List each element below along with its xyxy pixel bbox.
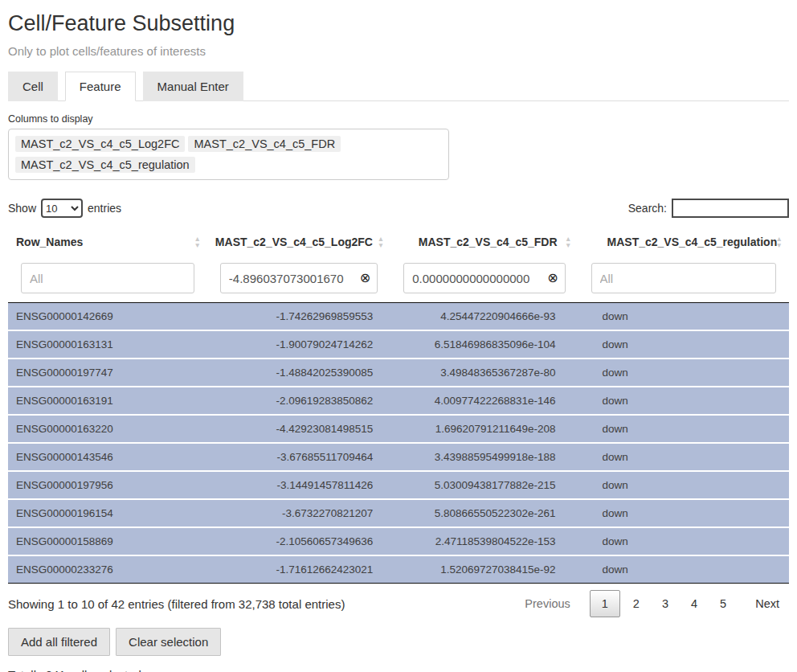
cell-fdr: 1.52069727038415e-92 <box>390 555 578 584</box>
filter-log2fc-input[interactable] <box>220 263 378 293</box>
filter-row: ⊗ ⊗ <box>8 256 789 303</box>
page-length-select[interactable]: 10 <box>41 199 83 218</box>
entries-info: Showing 1 to 10 of 42 entries (filtered … <box>8 597 345 611</box>
table-row[interactable]: ENSG00000158869 -2.10560657349636 2.4711… <box>8 527 789 555</box>
cell-gene: ENSG00000143546 <box>8 443 207 471</box>
cell-gene: ENSG00000163191 <box>8 387 207 415</box>
cell-regulation: down <box>578 387 789 415</box>
entries-label: entries <box>88 202 121 215</box>
column-tag[interactable]: MAST_c2_VS_c4_c5_Log2FC <box>15 136 185 152</box>
table-row[interactable]: ENSG00000142669 -1.74262969859553 4.2544… <box>8 303 789 331</box>
page-title: Cell/Feature Subsetting <box>8 11 789 36</box>
table-controls: Show 10 entries Search: <box>8 199 789 218</box>
cell-fdr: 4.00977422268831e-146 <box>390 387 578 415</box>
cell-log2fc: -1.74262969859553 <box>207 303 390 331</box>
pagination-previous[interactable]: Previous <box>515 591 579 617</box>
cell-log2fc: -2.10560657349636 <box>207 527 390 555</box>
table-footer: Showing 1 to 10 of 42 entries (filtered … <box>8 590 789 617</box>
cell-fdr: 4.25447220904666e-93 <box>390 303 578 331</box>
table-row[interactable]: ENSG00000233276 -1.71612662423021 1.5206… <box>8 555 789 584</box>
cell-fdr: 2.47118539804522e-153 <box>390 527 578 555</box>
clear-filter-icon[interactable]: ⊗ <box>360 272 370 285</box>
cell-gene: ENSG00000163220 <box>8 415 207 443</box>
tab-feature[interactable]: Feature <box>65 72 136 101</box>
pagination: Previous 1 2 3 4 5 Next <box>512 590 789 617</box>
header-log2fc[interactable]: MAST_c2_VS_c4_c5_Log2FC ▲▼ <box>207 227 390 256</box>
cell-gene: ENSG00000233276 <box>8 555 207 584</box>
header-regulation[interactable]: MAST_c2_VS_c4_c5_regulation ▲▼ <box>578 227 789 256</box>
column-tag[interactable]: MAST_c2_VS_c4_c5_FDR <box>188 136 341 152</box>
pagination-page[interactable]: 1 <box>590 590 620 617</box>
table-row[interactable]: ENSG00000163220 -4.42923081498515 1.6962… <box>8 415 789 443</box>
action-buttons: Add all filtered Clear selection <box>8 628 789 656</box>
add-all-filtered-button[interactable]: Add all filtered <box>8 628 110 656</box>
sort-icons: ▲▼ <box>378 236 384 248</box>
cell-fdr: 3.43988595499918e-188 <box>390 443 578 471</box>
table-row[interactable]: ENSG00000163191 -2.09619283850862 4.0097… <box>8 387 789 415</box>
cell-gene: ENSG00000196154 <box>8 499 207 527</box>
cell-regulation: down <box>578 471 789 499</box>
page: Cell/Feature Subsetting Only to plot cel… <box>0 0 797 672</box>
cell-gene: ENSG00000197747 <box>8 359 207 387</box>
page-subtitle: Only to plot cells/features of interests <box>8 44 789 58</box>
show-label: Show <box>8 202 36 215</box>
cell-fdr: 5.80866550522302e-261 <box>390 499 578 527</box>
cell-regulation: down <box>578 330 789 359</box>
cell-regulation: down <box>578 555 789 584</box>
pagination-page[interactable]: 4 <box>681 591 707 617</box>
table-row[interactable]: ENSG00000197956 -3.14491457811426 5.0300… <box>8 471 789 499</box>
sort-icons: ▲▼ <box>776 236 783 248</box>
table-row[interactable]: ENSG00000196154 -3.6732270821207 5.80866… <box>8 499 789 527</box>
search-label: Search: <box>628 202 667 215</box>
cell-log2fc: -3.14491457811426 <box>207 471 390 499</box>
pagination-page[interactable]: 3 <box>652 591 678 617</box>
cell-regulation: down <box>578 415 789 443</box>
cell-log2fc: -4.42923081498515 <box>207 415 390 443</box>
cell-regulation: down <box>578 303 789 331</box>
header-row: Row_Names ▲▼ MAST_c2_VS_c4_c5_Log2FC ▲▼ … <box>8 227 789 256</box>
header-fdr[interactable]: MAST_c2_VS_c4_c5_FDR ▲▼ <box>390 227 578 256</box>
cell-gene: ENSG00000197956 <box>8 471 207 499</box>
cell-log2fc: -3.67685511709464 <box>207 443 390 471</box>
column-tag[interactable]: MAST_c2_VS_c4_c5_regulation <box>15 157 195 173</box>
cell-regulation: down <box>578 443 789 471</box>
header-row-names[interactable]: Row_Names ▲▼ <box>8 227 207 256</box>
cell-log2fc: -1.71612662423021 <box>207 555 390 584</box>
pagination-page[interactable]: 2 <box>623 591 649 617</box>
clear-filter-icon[interactable]: ⊗ <box>547 272 558 285</box>
table-row[interactable]: ENSG00000163131 -1.90079024714262 6.5184… <box>8 330 789 359</box>
search-input[interactable] <box>672 199 789 218</box>
tab-bar: Cell Feature Manual Enter <box>8 72 789 101</box>
columns-to-display-label: Columns to display <box>8 113 789 125</box>
tab-cell[interactable]: Cell <box>8 72 58 101</box>
table-row[interactable]: ENSG00000197747 -1.48842025390085 3.4984… <box>8 359 789 387</box>
cell-gene: ENSG00000163131 <box>8 330 207 359</box>
cell-log2fc: -1.90079024714262 <box>207 330 390 359</box>
filter-fdr-input[interactable] <box>403 263 565 293</box>
tab-manual-enter[interactable]: Manual Enter <box>143 72 243 101</box>
clear-selection-button[interactable]: Clear selection <box>116 628 221 656</box>
cell-regulation: down <box>578 359 789 387</box>
cell-log2fc: -1.48842025390085 <box>207 359 390 387</box>
cell-fdr: 3.49848365367287e-80 <box>390 359 578 387</box>
sort-icons: ▲▼ <box>565 236 571 248</box>
sort-icons: ▲▼ <box>194 236 200 248</box>
pagination-next[interactable]: Next <box>746 591 789 617</box>
cell-regulation: down <box>578 499 789 527</box>
columns-to-display-input[interactable]: MAST_c2_VS_c4_c5_Log2FCMAST_c2_VS_c4_c5_… <box>8 129 449 180</box>
table-row[interactable]: ENSG00000143546 -3.67685511709464 3.4398… <box>8 443 789 471</box>
cell-gene: ENSG00000158869 <box>8 527 207 555</box>
filter-regulation-input[interactable] <box>591 263 776 293</box>
cell-log2fc: -3.6732270821207 <box>207 499 390 527</box>
cell-fdr: 5.03009438177882e-215 <box>390 471 578 499</box>
data-table: Row_Names ▲▼ MAST_c2_VS_c4_c5_Log2FC ▲▼ … <box>8 227 789 584</box>
cell-gene: ENSG00000142669 <box>8 303 207 331</box>
cell-fdr: 6.51846986835096e-104 <box>390 330 578 359</box>
cell-regulation: down <box>578 527 789 555</box>
cell-fdr: 1.69620791211649e-208 <box>390 415 578 443</box>
pagination-page[interactable]: 5 <box>710 591 736 617</box>
cell-log2fc: -2.09619283850862 <box>207 387 390 415</box>
filter-row-names-input[interactable] <box>21 263 194 293</box>
cells-selected-status: Totally 841 cells selected. <box>8 668 789 672</box>
